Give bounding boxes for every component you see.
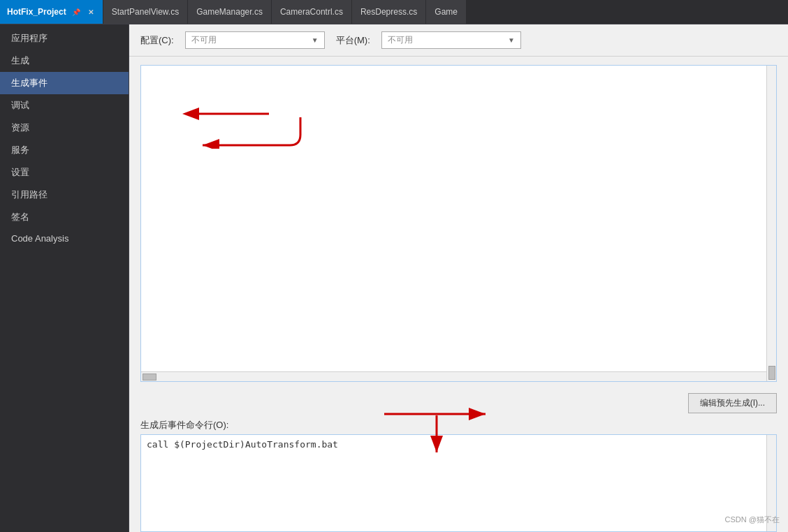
- tab-bar: HotFix_Project 📌 ✕ StartPanelView.cs Gam…: [0, 0, 788, 24]
- tab-gamemanager[interactable]: GameManager.cs: [188, 0, 272, 24]
- sidebar-item-signing-label: 签名: [11, 212, 29, 222]
- main-layout: 应用程序 生成 生成事件 调试 资源 服务 设置 引用路径: [0, 24, 788, 532]
- pre-build-section: [129, 57, 788, 387]
- sidebar-item-build-events-label: 生成事件: [11, 77, 48, 88]
- pre-build-scrollbar-v[interactable]: [766, 66, 776, 381]
- pre-build-hscroll-thumb[interactable]: [143, 374, 156, 380]
- sidebar-item-debug-label: 调试: [11, 100, 29, 110]
- tab-project[interactable]: HotFix_Project 📌 ✕: [0, 0, 103, 24]
- sidebar-item-ref-paths-label: 引用路径: [11, 189, 48, 200]
- sidebar-item-app[interactable]: 应用程序: [0, 27, 129, 50]
- watermark: CSDN @猫不在: [725, 515, 780, 525]
- tab-resdepress-label: ResDepress.cs: [360, 7, 417, 17]
- config-select-value: 不可用: [191, 34, 306, 46]
- sidebar-item-build[interactable]: 生成: [0, 50, 129, 72]
- config-dropdown[interactable]: 不可用 ▼: [185, 31, 325, 49]
- platform-dropdown-arrow: ▼: [508, 36, 515, 44]
- sidebar: 应用程序 生成 生成事件 调试 资源 服务 设置 引用路径: [0, 24, 129, 532]
- close-icon[interactable]: ✕: [86, 8, 96, 17]
- pin-icon[interactable]: 📌: [72, 8, 80, 16]
- tab-cameracontrl[interactable]: CameraContrl.cs: [272, 0, 352, 24]
- tab-cameracontrl-label: CameraContrl.cs: [280, 7, 343, 17]
- config-label: 配置(C):: [140, 34, 174, 47]
- platform-select-value: 不可用: [388, 34, 502, 46]
- tab-startpanel-label: StartPanelView.cs: [112, 7, 180, 17]
- sidebar-item-settings[interactable]: 设置: [0, 161, 129, 184]
- config-bar: 配置(C): 不可用 ▼ 平台(M): 不可用 ▼: [129, 24, 788, 57]
- post-build-label: 生成后事件命令行(O):: [140, 419, 777, 431]
- post-build-content: call $(ProjectDir)AutoTransform.bat: [141, 435, 776, 454]
- sidebar-item-build-label: 生成: [11, 55, 29, 66]
- sidebar-item-services[interactable]: 服务: [0, 139, 129, 161]
- sidebar-item-services-label: 服务: [11, 145, 29, 155]
- sidebar-item-code-analysis[interactable]: Code Analysis: [0, 228, 129, 249]
- sidebar-item-code-analysis-label: Code Analysis: [11, 233, 68, 244]
- content-wrapper: 配置(C): 不可用 ▼ 平台(M): 不可用 ▼: [129, 24, 788, 532]
- tab-project-label: HotFix_Project: [7, 7, 66, 17]
- platform-dropdown[interactable]: 不可用 ▼: [381, 31, 521, 49]
- sidebar-item-debug[interactable]: 调试: [0, 94, 129, 117]
- config-dropdown-arrow: ▼: [312, 36, 319, 44]
- edit-pre-build-button[interactable]: 编辑预先生成(I)...: [688, 393, 777, 413]
- sidebar-item-resources-label: 资源: [11, 122, 29, 133]
- tab-resdepress[interactable]: ResDepress.cs: [352, 0, 426, 24]
- tab-game[interactable]: Game: [426, 0, 467, 24]
- tab-gamemanager-label: GameManager.cs: [196, 7, 263, 17]
- pre-build-scrollbar-h[interactable]: [141, 371, 766, 381]
- sidebar-item-resources[interactable]: 资源: [0, 117, 129, 139]
- tab-game-label: Game: [435, 7, 458, 17]
- pre-build-button-row: 编辑预先生成(I)...: [140, 393, 777, 413]
- sidebar-item-ref-paths[interactable]: 引用路径: [0, 184, 129, 206]
- sidebar-item-app-label: 应用程序: [11, 33, 48, 43]
- content: 配置(C): 不可用 ▼ 平台(M): 不可用 ▼: [129, 24, 788, 532]
- platform-label: 平台(M):: [336, 34, 370, 47]
- bottom-section: 编辑预先生成(I)... 生成后事件命令行(O): call $(Project…: [129, 387, 788, 532]
- app-container: HotFix_Project 📌 ✕ StartPanelView.cs Gam…: [0, 0, 788, 532]
- sidebar-item-build-events[interactable]: 生成事件: [0, 72, 129, 94]
- post-build-textarea[interactable]: call $(ProjectDir)AutoTransform.bat: [140, 434, 777, 532]
- pre-build-vscroll-thumb[interactable]: [768, 366, 775, 380]
- sidebar-item-settings-label: 设置: [11, 167, 29, 177]
- pre-build-textarea[interactable]: [140, 65, 777, 382]
- tab-startpanel[interactable]: StartPanelView.cs: [103, 0, 189, 24]
- sidebar-item-signing[interactable]: 签名: [0, 206, 129, 228]
